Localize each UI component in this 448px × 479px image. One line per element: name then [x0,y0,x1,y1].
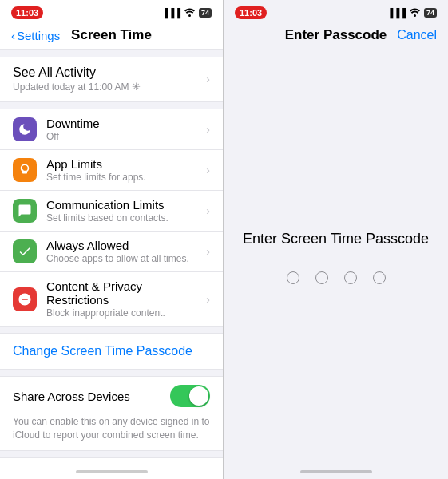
share-row: Share Across Devices [0,377,223,415]
content-privacy-item[interactable]: Content & Privacy Restrictions Block ina… [0,272,223,326]
communication-limits-subtitle: Set limits based on contacts. [46,212,206,224]
communication-limits-chevron: › [206,204,210,217]
always-allowed-chevron: › [206,245,210,258]
passcode-prompt-title: Enter Screen Time Passcode [243,231,429,247]
see-all-subtitle: Updated today at 11:00 AM ✳ [13,81,141,93]
passcode-dot-3 [344,271,357,284]
turn-off-section: Turn Off Screen Time [0,457,223,465]
share-caption: You can enable this on any device signed… [0,415,223,450]
updated-text: Updated today at 11:00 AM [13,81,129,93]
left-home-indicator [0,465,223,479]
left-nav-bar: ‹ Settings Screen Time [0,22,223,50]
app-limits-text: App Limits Set time limits for apps. [46,157,206,183]
always-allowed-text: Always Allowed Choose apps to allow at a… [46,239,206,264]
passcode-page-title: Enter Passcode [285,27,387,43]
downtime-icon [13,117,37,141]
back-button[interactable]: ‹ Settings [11,29,60,42]
right-status-time: 11:03 [235,6,267,19]
communication-limits-icon [13,199,37,223]
passcode-dots [287,271,386,284]
wifi-icon [184,8,196,18]
left-status-bar: 11:03 ▐▐▐ 74 [0,0,223,22]
content-privacy-icon [13,287,37,311]
share-title: Share Across Devices [13,390,130,403]
downtime-chevron: › [206,123,210,136]
right-wifi-icon [409,8,421,18]
content-privacy-title: Content & Privacy Restrictions [46,279,206,307]
left-panel: 11:03 ▐▐▐ 74 ‹ Settings Screen Time [0,0,224,479]
downtime-text: Downtime Off [46,117,206,142]
right-home-indicator [224,465,448,479]
back-label[interactable]: Settings [17,29,60,42]
page-title: Screen Time [71,27,152,43]
share-section: Share Across Devices You can enable this… [0,376,223,451]
content-privacy-text: Content & Privacy Restrictions Block ina… [46,279,206,319]
share-toggle[interactable] [170,385,210,407]
menu-items-section: Downtime Off › App Limits Set time limit… [0,109,223,327]
passcode-dot-1 [287,271,299,284]
always-allowed-item[interactable]: Always Allowed Choose apps to allow at a… [0,232,223,272]
chevron-left-icon: ‹ [11,29,15,42]
see-all-section: See All Activity Updated today at 11:00 … [0,57,223,102]
app-limits-icon [13,158,37,182]
right-home-bar [300,470,372,473]
see-all-left: See All Activity Updated today at 11:00 … [13,65,141,93]
passcode-dot-2 [315,271,328,284]
app-limits-item[interactable]: App Limits Set time limits for apps. › [0,150,223,191]
right-panel: 11:03 ▐▐▐ 74 Enter Passcode Cancel Enter… [224,0,448,479]
signal-icon: ▐▐▐ [162,8,180,18]
right-status-icons: ▐▐▐ 74 [387,8,437,18]
svg-point-0 [188,14,191,17]
chevron-right-icon: › [206,73,210,85]
downtime-title: Downtime [46,117,206,130]
app-limits-subtitle: Set time limits for apps. [46,172,206,183]
app-limits-title: App Limits [46,157,206,171]
change-passcode-section: Change Screen Time Passcode [0,333,223,370]
passcode-dot-4 [373,271,386,284]
left-home-bar [76,470,148,473]
change-passcode-button[interactable]: Change Screen Time Passcode [13,344,192,358]
svg-point-1 [414,14,416,17]
spinner-icon: ✳ [132,81,141,93]
always-allowed-subtitle: Choose apps to allow at all times. [46,253,206,264]
see-all-title: See All Activity [13,65,141,80]
communication-limits-title: Communication Limits [46,198,206,212]
scroll-content: See All Activity Updated today at 11:00 … [0,50,223,465]
right-signal-icon: ▐▐▐ [387,8,406,18]
content-privacy-subtitle: Block inappropriate content. [46,307,206,319]
downtime-item[interactable]: Downtime Off › [0,109,223,150]
content-privacy-chevron: › [206,293,210,306]
communication-limits-item[interactable]: Communication Limits Set limits based on… [0,191,223,232]
always-allowed-title: Always Allowed [46,239,206,252]
app-limits-chevron: › [206,164,210,176]
passcode-content: Enter Screen Time Passcode [224,49,448,465]
right-nav-bar: Enter Passcode Cancel [224,22,448,49]
cancel-button[interactable]: Cancel [397,28,437,42]
communication-limits-text: Communication Limits Set limits based on… [46,198,206,224]
see-all-row[interactable]: See All Activity Updated today at 11:00 … [0,57,223,101]
downtime-subtitle: Off [46,131,206,142]
battery-icon: 74 [199,8,212,18]
always-allowed-icon [13,240,37,263]
left-status-icons: ▐▐▐ 74 [162,8,212,18]
right-status-bar: 11:03 ▐▐▐ 74 [224,0,448,22]
right-battery-icon: 74 [424,8,437,18]
left-status-time: 11:03 [11,6,43,19]
